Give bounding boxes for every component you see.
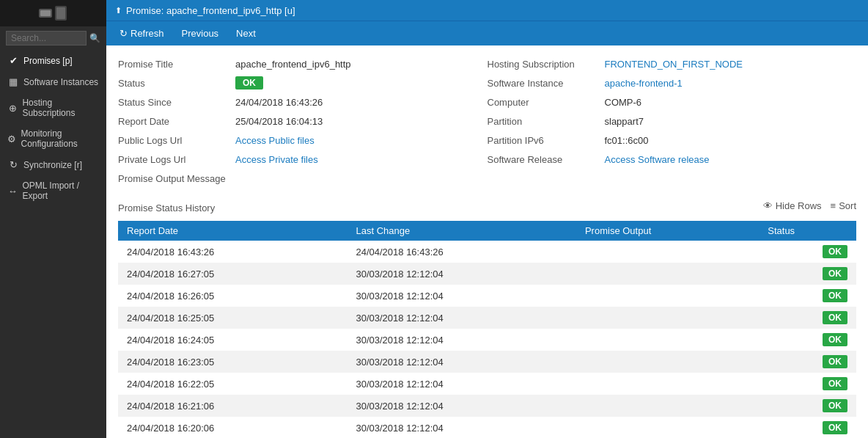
ok-badge: OK — [823, 355, 847, 368]
ok-badge: OK — [823, 421, 847, 434]
cell-last-change: 30/03/2018 12:12:04 — [347, 329, 575, 351]
partition-value: slappart7 — [605, 116, 644, 127]
search-bar: 🔍 — [0, 26, 106, 50]
ok-badge: OK — [823, 377, 847, 390]
sidebar-item-promises[interactable]: ✔ Promises [p] — [0, 50, 106, 71]
svg-rect-1 — [40, 10, 51, 16]
software-instance-row: Software Instance apache-frontend-1 — [488, 73, 857, 92]
cell-report-date: 24/04/2018 16:25:05 — [118, 307, 347, 329]
ok-badge: OK — [823, 289, 847, 302]
promise-title-row: Promise Title apache_frontend_ipv6_http — [118, 54, 488, 73]
cell-promise-output — [576, 351, 759, 373]
grid-icon: ▦ — [7, 76, 19, 87]
next-button[interactable]: Next — [229, 25, 263, 42]
table-row: 24/04/2018 16:21:06 30/03/2018 12:12:04 … — [118, 395, 856, 417]
sidebar-item-synchronize-label: Synchronize [r] — [23, 160, 82, 170]
ok-badge: OK — [823, 333, 847, 346]
sidebar-item-monitoring-configurations[interactable]: ⚙ Monitoring Configurations — [0, 123, 106, 154]
promise-output-label: Promise Output Message — [118, 173, 235, 184]
status-label: Status — [118, 78, 235, 89]
sidebar-item-software-instances-label: Software Instances — [23, 77, 98, 87]
cell-status: OK — [759, 373, 856, 395]
ok-badge: OK — [823, 245, 847, 258]
partition-ipv6-value: fc01::6c00 — [605, 135, 649, 146]
eye-icon: 👁 — [763, 200, 773, 211]
main-content: ⬆ Promise: apache_frontend_ipv6_http [u]… — [106, 0, 868, 438]
cell-report-date: 24/04/2018 16:23:05 — [118, 351, 347, 373]
hide-rows-button[interactable]: 👁 Hide Rows — [763, 200, 822, 211]
sidebar-item-hosting-subscriptions[interactable]: ⊕ Hosting Subscriptions — [0, 92, 106, 123]
sidebar-item-software-instances[interactable]: ▦ Software Instances — [0, 71, 106, 92]
partition-ipv6-label: Partition IPv6 — [488, 135, 605, 146]
sidebar-nav: ✔ Promises [p] ▦ Software Instances ⊕ Ho… — [0, 50, 106, 438]
cell-last-change: 30/03/2018 12:12:04 — [347, 263, 575, 285]
table-row: 24/04/2018 16:23:05 30/03/2018 12:12:04 … — [118, 351, 856, 373]
search-icon[interactable]: 🔍 — [89, 33, 100, 43]
cell-promise-output — [576, 329, 759, 351]
public-logs-link[interactable]: Access Public files — [235, 135, 315, 146]
sidebar-item-opml-label: OPML Import / Export — [22, 180, 99, 201]
public-logs-row: Public Logs Url Access Public files — [118, 131, 488, 150]
ok-badge: OK — [823, 399, 847, 412]
cell-last-change: 30/03/2018 12:12:04 — [347, 417, 575, 438]
sort-button[interactable]: ≡ Sort — [831, 200, 856, 211]
status-badge: OK — [235, 76, 263, 90]
sidebar-item-promises-label: Promises [p] — [23, 56, 73, 66]
cell-last-change: 30/03/2018 12:12:04 — [347, 285, 575, 307]
history-table: Report Date Last Change Promise Output S… — [118, 221, 856, 438]
cell-last-change: 30/03/2018 12:12:04 — [347, 307, 575, 329]
cell-status: OK — [759, 417, 856, 438]
toolbar: ↻ Refresh Previous Next — [106, 21, 868, 45]
cell-promise-output — [576, 395, 759, 417]
svg-rect-3 — [56, 7, 65, 19]
promise-title-value: apache_frontend_ipv6_http — [235, 59, 351, 70]
sidebar-item-monitoring-configurations-label: Monitoring Configurations — [21, 128, 99, 149]
software-release-link[interactable]: Access Software release — [605, 154, 710, 165]
table-row: 24/04/2018 16:20:06 30/03/2018 12:12:04 … — [118, 417, 856, 438]
private-logs-row: Private Logs Url Access Private files — [118, 150, 488, 169]
computer-label: Computer — [488, 97, 605, 108]
status-row: Status OK — [118, 73, 488, 92]
cell-promise-output — [576, 373, 759, 395]
app-logo — [0, 0, 106, 26]
cell-promise-output — [576, 285, 759, 307]
cell-status: OK — [759, 263, 856, 285]
status-since-label: Status Since — [118, 97, 235, 108]
col-last-change: Last Change — [347, 221, 575, 241]
col-report-date: Report Date — [118, 221, 347, 241]
sidebar-item-synchronize[interactable]: ↻ Synchronize [r] — [0, 154, 106, 175]
cell-report-date: 24/04/2018 16:21:06 — [118, 395, 347, 417]
cell-last-change: 30/03/2018 12:12:04 — [347, 373, 575, 395]
partition-row: Partition slappart7 — [488, 112, 857, 131]
history-section-title: Promise Status History — [118, 202, 215, 213]
detail-right: Hosting Subscription FRONTEND_ON_FIRST_N… — [488, 54, 857, 188]
detail-grid: Promise Title apache_frontend_ipv6_http … — [118, 54, 856, 188]
software-release-label: Software Release — [488, 154, 605, 165]
hosting-subscription-link[interactable]: FRONTEND_ON_FIRST_NODE — [605, 59, 743, 70]
check-icon: ✔ — [7, 55, 19, 66]
previous-button[interactable]: Previous — [174, 25, 227, 42]
search-input[interactable] — [6, 31, 87, 45]
sort-icon: ≡ — [831, 200, 836, 211]
page-title: Promise: apache_frontend_ipv6_http [u] — [126, 5, 295, 16]
ok-badge: OK — [823, 267, 847, 280]
cell-status: OK — [759, 285, 856, 307]
col-promise-output: Promise Output — [576, 221, 759, 241]
content-area: Promise Title apache_frontend_ipv6_http … — [106, 45, 868, 438]
cell-last-change: 30/03/2018 12:12:04 — [347, 395, 575, 417]
detail-left: Promise Title apache_frontend_ipv6_http … — [118, 54, 488, 188]
private-logs-link[interactable]: Access Private files — [235, 154, 318, 165]
promise-output-row: Promise Output Message — [118, 169, 488, 188]
report-date-value: 25/04/2018 16:04:13 — [235, 116, 323, 127]
ok-badge: OK — [823, 311, 847, 324]
sidebar-item-opml[interactable]: ↔ OPML Import / Export — [0, 175, 106, 206]
history-controls: 👁 Hide Rows ≡ Sort — [763, 200, 856, 211]
sync-icon: ↻ — [7, 159, 19, 170]
table-row: 24/04/2018 16:27:05 30/03/2018 12:12:04 … — [118, 263, 856, 285]
cell-promise-output — [576, 263, 759, 285]
cell-report-date: 24/04/2018 16:22:05 — [118, 373, 347, 395]
refresh-button[interactable]: ↻ Refresh — [112, 25, 172, 42]
software-instance-link[interactable]: apache-frontend-1 — [605, 78, 683, 89]
table-row: 24/04/2018 16:22:05 30/03/2018 12:12:04 … — [118, 373, 856, 395]
report-date-label: Report Date — [118, 116, 235, 127]
